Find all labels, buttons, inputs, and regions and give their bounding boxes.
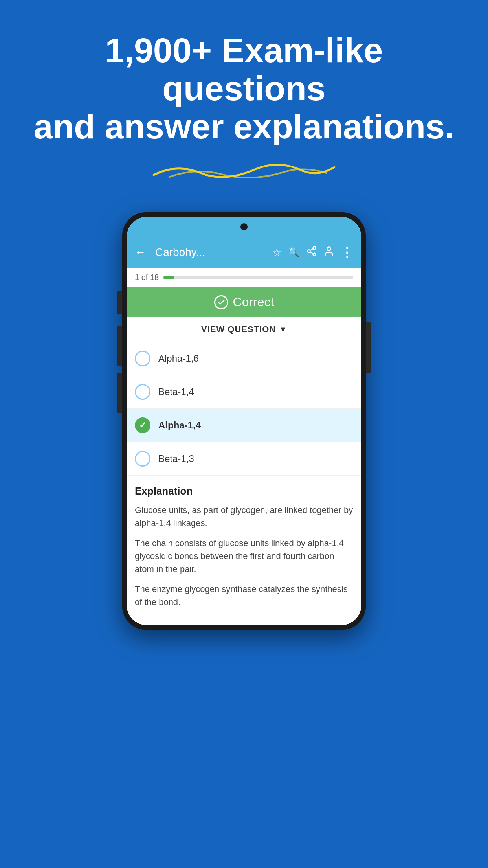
explanation-section: Explanation Glucose units, as part of gl… <box>127 476 361 625</box>
option-alpha-1-4-text: Alpha-1,4 <box>158 420 201 431</box>
progress-section: 1 of 18 <box>127 268 361 287</box>
option-beta-1-4-text: Beta-1,4 <box>158 386 194 397</box>
view-question-label: VIEW QUESTION <box>201 324 276 335</box>
svg-point-5 <box>327 247 330 250</box>
progress-label: 1 of 18 <box>135 273 159 282</box>
explanation-para-2: The chain consists of glucose units link… <box>135 537 353 576</box>
app-bar-title: Carbohy... <box>155 246 266 259</box>
option-beta-1-4[interactable]: Beta-1,4 <box>127 375 361 409</box>
correct-label: Correct <box>233 295 274 309</box>
progress-bar-fill <box>163 276 174 279</box>
progress-bar-background <box>163 276 353 279</box>
user-icon[interactable] <box>323 246 334 259</box>
option-beta-1-3-text: Beta-1,3 <box>158 453 194 464</box>
hero-title: 1,900+ Exam-like questions and answer ex… <box>24 31 464 145</box>
radio-alpha-1-6 <box>135 351 150 366</box>
back-button[interactable]: ← <box>135 246 146 259</box>
share-icon[interactable] <box>306 246 317 259</box>
radio-alpha-1-4: ✓ <box>135 417 150 433</box>
phone-screen-container: ← Carbohy... ☆ 🔍 ⋮ <box>127 217 361 625</box>
explanation-para-1: Glucose units, as part of glycogen, are … <box>135 504 353 530</box>
correct-banner: Correct <box>127 287 361 317</box>
svg-line-3 <box>310 252 313 254</box>
radio-beta-1-3 <box>135 451 150 467</box>
check-mark-icon: ✓ <box>139 420 146 430</box>
option-alpha-1-6-text: Alpha-1,6 <box>158 353 199 364</box>
more-menu-icon[interactable]: ⋮ <box>341 245 353 260</box>
decorative-underline <box>146 157 342 181</box>
hero-section: 1,900+ Exam-like questions and answer ex… <box>0 0 488 197</box>
option-alpha-1-4[interactable]: ✓ Alpha-1,4 <box>127 409 361 442</box>
dropdown-arrow-icon: ▼ <box>279 325 287 334</box>
svg-line-4 <box>310 248 313 250</box>
explanation-title: Explanation <box>135 485 353 497</box>
phone-outer-shell: ← Carbohy... ☆ 🔍 ⋮ <box>122 212 366 630</box>
camera-dot <box>240 223 248 230</box>
correct-checkmark-icon <box>214 295 228 309</box>
option-alpha-1-6[interactable]: Alpha-1,6 <box>127 342 361 375</box>
status-bar <box>127 217 361 237</box>
phone-screen: ← Carbohy... ☆ 🔍 ⋮ <box>127 217 361 625</box>
app-bar: ← Carbohy... ☆ 🔍 ⋮ <box>127 237 361 268</box>
radio-beta-1-4 <box>135 384 150 400</box>
view-question-button[interactable]: VIEW QUESTION ▼ <box>127 317 361 342</box>
explanation-para-3: The enzyme glycogen synthase catalyzes t… <box>135 583 353 609</box>
options-list: Alpha-1,6 Beta-1,4 ✓ Alpha-1,4 <box>127 342 361 476</box>
star-icon[interactable]: ☆ <box>272 246 282 259</box>
search-icon[interactable]: 🔍 <box>288 247 300 258</box>
option-beta-1-3[interactable]: Beta-1,3 <box>127 442 361 476</box>
